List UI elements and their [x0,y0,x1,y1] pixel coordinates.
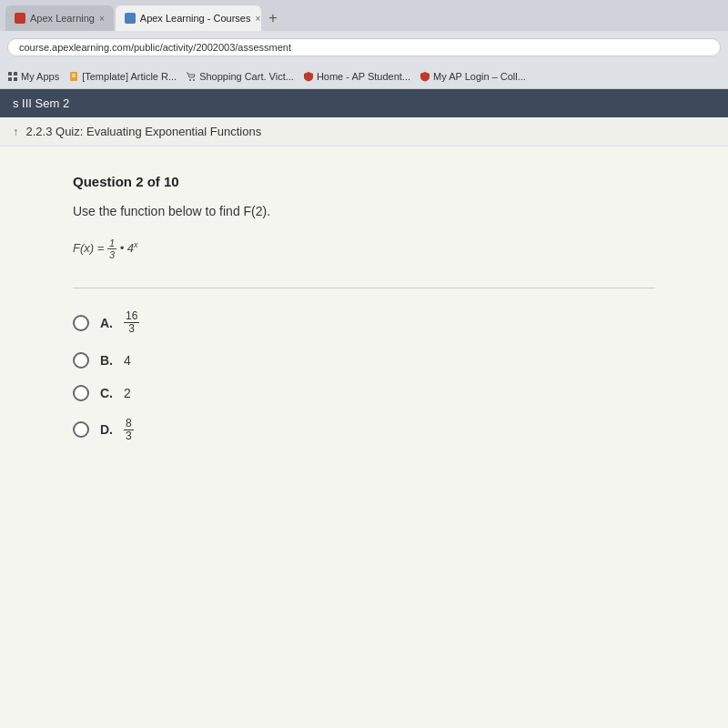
doc-icon [68,71,79,82]
answer-option-a[interactable]: A. 16 3 [73,310,655,335]
answer-label-c: C. [100,386,113,400]
answer-label-b: B. [100,353,113,368]
tab-label-1: Apex Learning [30,13,95,24]
course-breadcrumb: s III Sem 2 [13,96,69,110]
fraction-d-num: 8 [124,418,134,430]
svg-rect-3 [14,77,17,81]
svg-point-7 [189,79,191,81]
function-label: F(x) = [73,241,107,255]
fraction-a-num: 16 [124,310,139,323]
tab-close-1[interactable]: × [99,14,105,24]
tab-label-2: Apex Learning - Courses [140,13,251,24]
fraction-d: 8 3 [124,418,134,442]
bookmarks-bar: My Apps [Template] Article R... Shopping… [0,64,728,89]
answer-value-c: 2 [124,386,131,400]
answer-label-d: D. [100,422,113,437]
quiz-nav-icon: ↑ [13,125,19,138]
bookmark-template[interactable]: [Template] Article R... [68,71,177,82]
address-bar[interactable]: course.apexlearning.com/public/activity/… [7,38,721,56]
bookmark-shopping[interactable]: Shopping Cart. Vict... [186,71,294,82]
tab-bar: Apex Learning × Apex Learning - Courses … [0,0,728,31]
bookmark-my-ap[interactable]: My AP Login – Coll... [420,71,526,82]
bookmark-home-ap[interactable]: Home - AP Student... [303,71,410,82]
quiz-title-bar: ↑ 2.2.3 Quiz: Evaluating Exponential Fun… [0,117,728,147]
svg-point-8 [193,79,195,81]
answer-value-a: 16 3 [124,310,139,335]
shield-icon-2 [420,71,430,82]
tab-close-2[interactable]: × [255,14,260,24]
bookmark-home-ap-label: Home - AP Student... [317,71,410,82]
apps-icon [7,71,18,82]
radio-a[interactable] [73,315,89,331]
bookmark-my-apps[interactable]: My Apps [7,71,59,82]
tab-favicon-1 [15,13,25,24]
answer-option-b[interactable]: B. 4 [73,352,655,369]
answer-value-d: 8 3 [124,418,134,442]
answer-value-b: 4 [124,353,131,368]
section-divider [73,288,655,288]
function-fraction-den: 3 [107,249,116,260]
quiz-title: 2.2.3 Quiz: Evaluating Exponential Funct… [26,125,262,138]
svg-rect-1 [14,72,17,76]
tab-apex-courses[interactable]: Apex Learning - Courses × [116,5,261,31]
svg-rect-0 [8,72,12,76]
svg-rect-2 [8,77,12,81]
page-content: s III Sem 2 ↑ 2.2.3 Quiz: Evaluating Exp… [0,89,728,728]
bookmark-template-label: [Template] Article R... [82,71,177,82]
question-text: Use the function below to find F(2). [73,202,655,221]
tab-apex-learning[interactable]: Apex Learning × [5,5,114,31]
question-number: Question 2 of 10 [73,174,655,189]
new-tab-button[interactable]: + [263,8,283,28]
browser-chrome: Apex Learning × Apex Learning - Courses … [0,0,728,89]
tab-favicon-2 [125,13,136,24]
bookmark-my-apps-label: My Apps [21,71,59,82]
shield-icon-1 [303,71,314,82]
course-header: s III Sem 2 [0,89,728,117]
fraction-a-den: 3 [126,323,136,335]
function-operator: • 4 [120,241,134,255]
radio-d[interactable] [73,421,89,438]
fraction-a: 16 3 [124,310,139,335]
function-fraction: 1 3 [107,238,116,260]
answer-label-a: A. [100,316,113,330]
answer-options: A. 16 3 B. 4 C. 2 [73,310,655,442]
address-bar-row: course.apexlearning.com/public/activity/… [0,31,728,64]
function-fraction-num: 1 [107,238,116,249]
answer-option-c[interactable]: C. 2 [73,385,655,401]
answer-option-d[interactable]: D. 8 3 [73,418,655,442]
fraction-d-den: 3 [124,430,134,442]
bookmark-my-ap-label: My AP Login – Coll... [433,71,526,82]
function-exponent: x [134,240,138,249]
bookmark-shopping-label: Shopping Cart. Vict... [199,71,294,82]
radio-b[interactable] [73,352,89,369]
function-display: F(x) = 1 3 • 4x [73,238,655,260]
radio-c[interactable] [73,385,89,401]
cart-icon [186,71,197,82]
quiz-body: Question 2 of 10 Use the function below … [0,147,728,470]
